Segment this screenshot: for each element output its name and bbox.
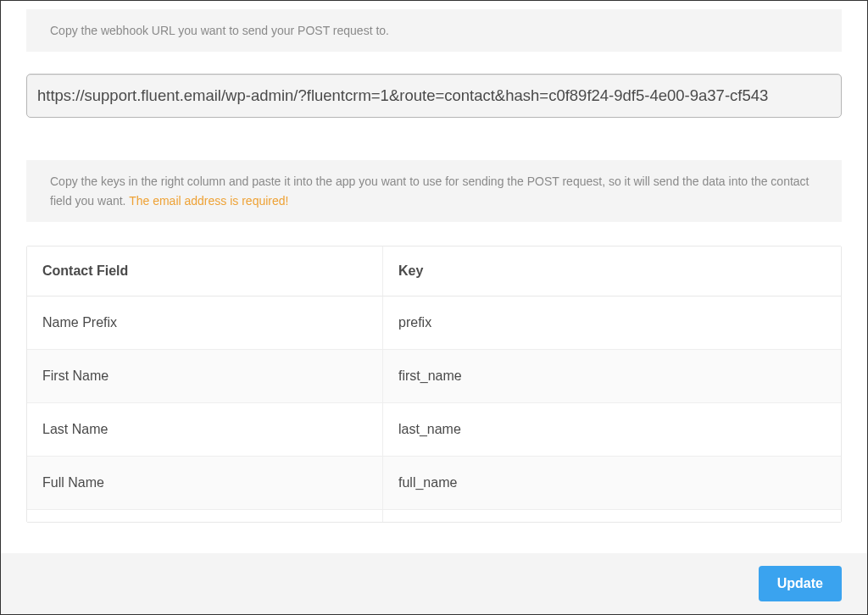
td-field: Name Prefix [27, 296, 383, 349]
td-field: First Name [27, 350, 383, 402]
td-key: prefix [383, 296, 841, 349]
td-field: Full Name [27, 457, 383, 509]
table-row: Last Name last_name [27, 403, 841, 457]
table-row: First Name first_name [27, 350, 841, 403]
webhook-url-field-wrap [26, 74, 842, 118]
update-button[interactable]: Update [759, 566, 842, 601]
td-key: first_name [383, 350, 841, 402]
th-contact-field: Contact Field [27, 247, 383, 296]
fields-table: Contact Field Key Name Prefix prefix Fir… [26, 246, 842, 523]
keys-info: Copy the keys in the right column and pa… [26, 160, 842, 222]
keys-info-highlight: The email address is required! [129, 194, 288, 208]
td-key: last_name [383, 403, 841, 456]
table-row: Name Prefix prefix [27, 296, 841, 350]
td-key: email [383, 510, 841, 522]
table-row: Full Name full_name [27, 457, 841, 510]
webhook-url-info: Copy the webhook URL you want to send yo… [26, 9, 842, 52]
td-field: Last Name [27, 403, 383, 456]
table-body[interactable]: Name Prefix prefix First Name first_name… [27, 296, 841, 522]
th-key: Key [383, 247, 841, 296]
table-row: Email email [27, 510, 841, 522]
td-field: Email [27, 510, 383, 522]
table-header: Contact Field Key [27, 247, 841, 296]
info-text: Copy the webhook URL you want to send yo… [50, 24, 389, 37]
footer-bar: Update [1, 553, 867, 614]
td-key: full_name [383, 457, 841, 509]
webhook-url-input[interactable] [26, 74, 842, 118]
